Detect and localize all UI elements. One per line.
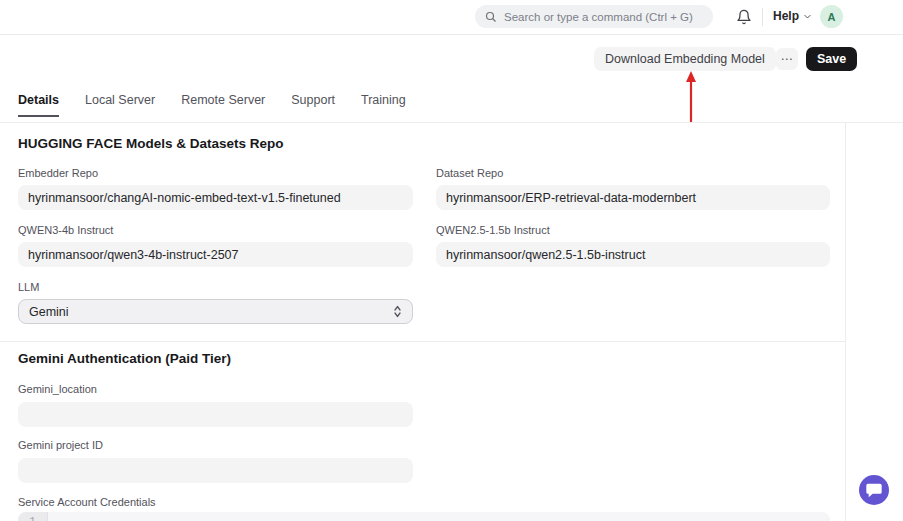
speech-bubble-icon bbox=[866, 483, 882, 498]
search-icon bbox=[485, 11, 497, 23]
notifications-bell-icon[interactable] bbox=[736, 8, 752, 26]
avatar-initial: A bbox=[828, 11, 836, 23]
gemini-location-input[interactable] bbox=[18, 402, 413, 427]
help-label: Help bbox=[773, 9, 799, 23]
topbar-divider bbox=[762, 8, 763, 26]
embedder-repo-label: Embedder Repo bbox=[18, 167, 98, 179]
embedder-repo-input[interactable] bbox=[18, 185, 413, 210]
editor-line-number: 1 bbox=[29, 516, 35, 521]
top-navbar: Help A bbox=[0, 0, 903, 35]
search-input[interactable] bbox=[504, 11, 703, 23]
dataset-repo-label: Dataset Repo bbox=[436, 167, 503, 179]
qwen3-4b-input[interactable] bbox=[18, 242, 413, 267]
dataset-repo-input[interactable] bbox=[436, 185, 830, 210]
tab-support[interactable]: Support bbox=[291, 86, 335, 117]
save-button[interactable]: Save bbox=[806, 47, 857, 71]
llm-select-value: Gemini bbox=[29, 305, 69, 319]
service-account-credentials-label: Service Account Credentials bbox=[18, 496, 156, 508]
chevron-down-icon bbox=[803, 12, 812, 21]
avatar[interactable]: A bbox=[820, 5, 843, 28]
gemini-project-id-input[interactable] bbox=[18, 458, 413, 483]
qwen25-15b-input[interactable] bbox=[436, 242, 830, 267]
annotation-arrow-red bbox=[684, 70, 698, 128]
tab-remote-server[interactable]: Remote Server bbox=[181, 86, 265, 117]
section-title-huggingface: HUGGING FACE Models & Datasets Repo bbox=[18, 136, 284, 151]
tab-local-server[interactable]: Local Server bbox=[85, 86, 155, 117]
llm-label: LLM bbox=[18, 281, 39, 293]
section-title-gemini-auth: Gemini Authentication (Paid Tier) bbox=[18, 351, 231, 366]
settings-tabs: Details Local Server Remote Server Suppo… bbox=[18, 86, 406, 117]
select-spinner-icon bbox=[393, 305, 402, 318]
command-search[interactable] bbox=[475, 5, 713, 28]
more-actions-button[interactable]: ⋯ bbox=[776, 48, 798, 70]
help-menu[interactable]: Help bbox=[773, 9, 812, 23]
tab-details[interactable]: Details bbox=[18, 86, 59, 117]
settings-page: Help A Download Embedding Model ⋯ Save D… bbox=[0, 0, 903, 521]
service-account-credentials-editor[interactable]: 1 bbox=[18, 512, 830, 521]
chat-widget-button[interactable] bbox=[859, 475, 889, 505]
details-form-card: HUGGING FACE Models & Datasets Repo Embe… bbox=[0, 123, 846, 521]
llm-select[interactable]: Gemini bbox=[18, 299, 413, 324]
editor-line-number-gutter: 1 bbox=[18, 512, 48, 521]
tab-training[interactable]: Training bbox=[361, 86, 406, 117]
editor-code-area[interactable] bbox=[48, 512, 830, 521]
qwen25-15b-label: QWEN2.5-1.5b Instruct bbox=[436, 224, 550, 236]
gemini-location-label: Gemini_location bbox=[18, 383, 97, 395]
section-divider bbox=[0, 341, 846, 342]
gemini-project-id-label: Gemini project ID bbox=[18, 439, 103, 451]
download-embedding-model-button[interactable]: Download Embedding Model bbox=[594, 47, 776, 71]
qwen3-4b-label: QWEN3-4b Instruct bbox=[18, 224, 113, 236]
